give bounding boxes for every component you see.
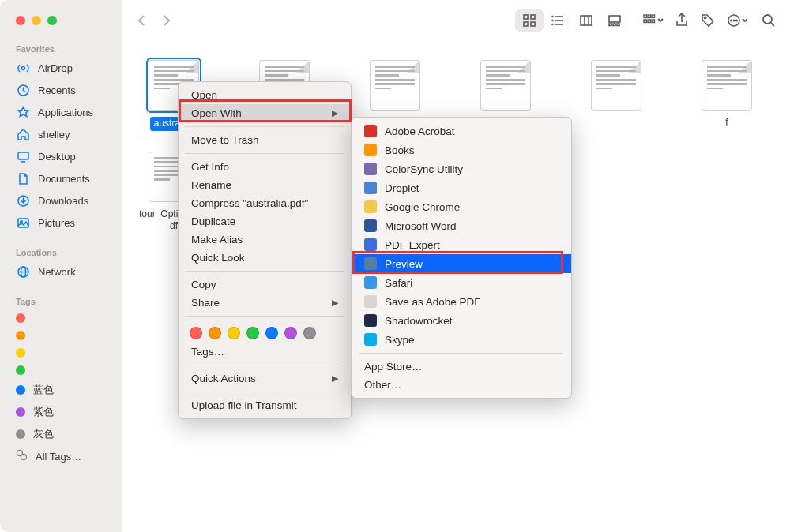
submenu-item-save-as-adobe-pdf[interactable]: Save as Adobe PDF [352,292,571,311]
submenu-item-google-chrome[interactable]: Google Chrome [352,197,571,216]
divider [185,271,344,272]
view-list-button[interactable] [544,9,572,32]
sidebar: Favorites AirDropRecentsApplicationsshel… [0,0,122,532]
context-menu: OpenOpen With▶Move to TrashGet InfoRenam… [178,81,352,419]
close-window-button[interactable] [16,16,25,25]
sidebar-section-favorites: Favorites [0,25,122,57]
menu-item-quick-look[interactable]: Quick Look [179,249,351,267]
minimize-window-button[interactable] [32,16,41,25]
tag-item[interactable] [0,309,122,327]
menu-item-upload-file-in-transmit[interactable]: Upload file in Transmit [179,396,351,414]
sidebar-item-desktop[interactable]: Desktop [0,145,122,167]
view-gallery-button[interactable] [600,9,629,32]
menu-item-duplicate[interactable]: Duplicate [179,212,351,230]
sidebar-item-shelley[interactable]: shelley [0,123,122,145]
sidebar-section-tags: Tags [0,283,122,309]
chevron-right-icon: ▶ [332,108,338,118]
tag-color-dot[interactable] [228,327,240,339]
action-button[interactable] [727,13,747,28]
divider [185,316,344,317]
divider [359,353,563,354]
file-thumb-icon [591,60,641,111]
tag-item[interactable]: 蓝色 [0,379,122,401]
tag-color-dot[interactable] [190,327,202,339]
svg-rect-2 [18,152,28,159]
file-item[interactable] [581,60,652,131]
svg-point-20 [552,21,553,21]
submenu-item-colorsync-utility[interactable]: ColorSync Utility [352,159,571,178]
submenu-item-microsoft-word[interactable]: Microsoft Word [352,216,571,235]
sidebar-item-recents[interactable]: Recents [0,79,122,101]
submenu-item-preview[interactable]: Preview [352,254,571,273]
tags-button[interactable] [700,13,716,28]
sidebar-item-network[interactable]: Network [0,260,122,283]
share-button[interactable] [675,13,689,28]
menu-item-open-with[interactable]: Open With▶ [179,104,351,122]
tag-item[interactable] [0,327,122,344]
submenu-item-app-store-[interactable]: App Store… [352,358,571,376]
menu-item-make-alias[interactable]: Make Alias [179,230,351,249]
tag-item[interactable] [0,344,122,362]
app-icon [364,295,377,308]
svg-line-41 [771,23,774,26]
svg-rect-22 [581,16,592,25]
app-icon [364,219,377,232]
submenu-item-safari[interactable]: Safari [352,273,571,292]
tag-dot-icon [16,331,25,340]
back-button[interactable] [137,13,146,28]
submenu-item-skype[interactable]: Skype [352,330,571,349]
svg-rect-32 [644,20,647,23]
all-tags-item[interactable]: All Tags… [0,445,122,467]
tag-item[interactable]: 紫色 [0,401,122,423]
sidebar-item-applications[interactable]: Applications [0,101,122,123]
svg-rect-34 [652,20,655,23]
submenu-item-pdf-expert[interactable]: PDF Expert [352,235,571,254]
sidebar-item-pictures[interactable]: Pictures [0,212,122,234]
tag-color-dot[interactable] [303,327,316,339]
view-icons-button[interactable] [515,9,544,32]
menu-item-get-info[interactable]: Get Info [179,158,351,176]
app-icon [364,238,377,251]
menu-item-tags-[interactable]: Tags… [179,343,351,361]
forward-button[interactable] [162,13,171,28]
documents-icon [16,171,30,185]
tag-color-dot[interactable] [265,327,278,339]
menu-item-compress-australia-pdf-[interactable]: Compress "australia.pdf" [179,194,351,212]
menu-item-open[interactable]: Open [179,86,351,104]
submenu-item-other-[interactable]: Other… [352,376,571,394]
menu-item-move-to-trash[interactable]: Move to Trash [179,131,351,149]
tag-color-dot[interactable] [209,327,221,339]
tag-item[interactable]: 灰色 [0,423,122,445]
menu-item-rename[interactable]: Rename [179,176,351,194]
menu-item-copy[interactable]: Copy [179,275,351,294]
menu-item-quick-actions[interactable]: Quick Actions▶ [179,369,351,388]
svg-rect-30 [648,15,651,18]
app-icon [364,144,377,156]
group-button[interactable] [643,13,664,28]
view-columns-button[interactable] [572,9,600,32]
app-icon [364,200,377,213]
submenu-item-adobe-acrobat[interactable]: Adobe Acrobat [352,122,571,140]
chevron-right-icon: ▶ [332,373,338,384]
tag-color-dot[interactable] [284,327,297,339]
submenu-item-droplet[interactable]: Droplet [352,178,571,197]
tag-item[interactable] [0,362,122,379]
submenu-item-shadowrocket[interactable]: Shadowrocket [352,311,571,330]
search-button[interactable] [762,13,776,28]
tag-colors [179,320,351,343]
svg-point-21 [552,24,553,25]
svg-rect-14 [524,22,528,26]
app-icon [364,125,377,137]
submenu-item-books[interactable]: Books [352,140,571,159]
file-item[interactable]: f [691,60,762,131]
svg-point-39 [736,20,738,21]
maximize-window-button[interactable] [47,16,57,25]
sidebar-item-airdrop[interactable]: AirDrop [0,57,122,79]
menu-item-share[interactable]: Share▶ [179,294,351,312]
sidebar-item-documents[interactable]: Documents [0,167,122,189]
tag-color-dot[interactable] [246,327,259,339]
file-label: f [725,117,728,129]
svg-point-6 [20,220,22,223]
sidebar-item-downloads[interactable]: Downloads [0,189,122,212]
svg-rect-31 [652,15,655,18]
